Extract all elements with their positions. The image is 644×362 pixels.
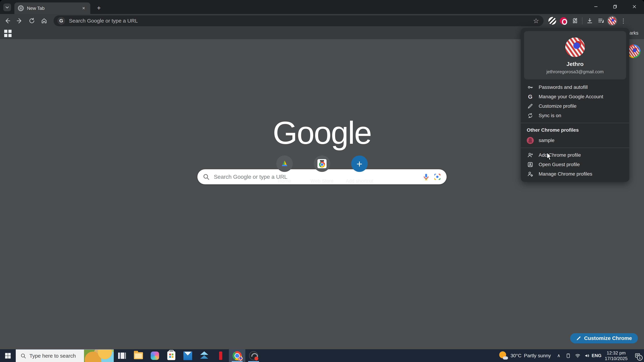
tab-new-tab[interactable]: New Tab × <box>14 2 90 14</box>
volume-icon[interactable] <box>582 351 592 361</box>
menu-item-customize-profile[interactable]: Customize profile <box>521 101 629 111</box>
home-button[interactable] <box>39 16 49 26</box>
extensions-puzzle-icon[interactable] <box>569 15 580 26</box>
system-tray: 30°C Partly sunny ∧ ENG 12:32 pm 17/10/2… <box>496 349 644 362</box>
shortcut-home[interactable]: Home <box>264 155 306 184</box>
notification-badge: 1 <box>637 355 642 361</box>
chrome-profile-badge <box>238 356 243 361</box>
tab-title: New Tab <box>27 5 80 11</box>
taskbar-clock[interactable]: 12:32 pm 17/10/2025 <box>601 350 631 361</box>
customize-chrome-label: Customize Chrome <box>584 335 632 341</box>
profile-avatar-button[interactable] <box>606 15 618 26</box>
file-explorer-button[interactable] <box>130 349 147 362</box>
toolbar-right: ⋮ <box>547 15 629 26</box>
apps-grid-icon[interactable] <box>4 30 12 37</box>
chevron-down-icon <box>5 5 10 9</box>
file-explorer-icon <box>134 352 143 359</box>
browser-menu-button[interactable]: ⋮ <box>618 15 629 26</box>
bookmark-star-icon[interactable]: ☆ <box>533 17 539 25</box>
microsoft-store-button[interactable] <box>163 349 180 362</box>
task-view-icon <box>118 352 126 360</box>
device-tray-icon[interactable] <box>564 351 573 361</box>
restore-icon <box>613 4 618 9</box>
tab-close-icon[interactable]: × <box>80 5 87 11</box>
downloads-button[interactable] <box>584 15 595 26</box>
menu-item-passwords[interactable]: Passwords and autofill <box>521 82 629 92</box>
voice-search-icon[interactable] <box>422 173 430 181</box>
customize-chrome-button[interactable]: Customize Chrome <box>570 333 638 343</box>
manage-profiles-icon <box>527 170 534 177</box>
weather-temp: 30°C <box>510 353 522 359</box>
taskbar-search-placeholder: Type here to search <box>30 353 76 359</box>
task-view-button[interactable] <box>114 349 130 362</box>
menu-item-profile-sample[interactable]: sample <box>521 136 629 145</box>
copilot-button[interactable] <box>147 349 163 362</box>
profile-avatar <box>608 17 616 25</box>
new-tab-favicon-icon <box>18 5 24 11</box>
pinned-app-red-button[interactable] <box>212 349 229 362</box>
mail-button[interactable] <box>180 349 196 362</box>
back-button[interactable] <box>2 16 12 26</box>
forward-button[interactable] <box>15 16 24 26</box>
search-icon <box>20 353 26 359</box>
chrome-taskbar-button[interactable] <box>229 349 245 362</box>
media-controls-button[interactable] <box>595 15 606 26</box>
window-controls <box>586 0 644 13</box>
red-app-icon <box>219 352 222 360</box>
restore-button[interactable] <box>606 0 625 13</box>
taskbar: Type here to search 30°C Partly sunny ∧ <box>0 349 644 362</box>
obs-recorder-icon <box>249 351 258 360</box>
pencil-icon <box>576 336 581 341</box>
tab-strip: New Tab × + <box>0 0 644 14</box>
shortcut-web-store[interactable]: Web Store <box>301 155 343 184</box>
shortcut-label: Web Store <box>301 178 343 184</box>
bing-daily-image[interactable] <box>84 350 114 362</box>
address-bar[interactable]: G Search Google or type a URL ☆ <box>54 15 544 26</box>
tray-chevron-button[interactable]: ∧ <box>554 351 564 361</box>
start-button[interactable] <box>0 349 16 362</box>
menu-item-guest[interactable]: Open Guest profile <box>521 160 629 169</box>
extension-compass-icon[interactable] <box>547 15 558 26</box>
obs-taskbar-button[interactable] <box>245 349 262 362</box>
weather-widget[interactable]: 30°C Partly sunny <box>496 351 554 360</box>
language-indicator[interactable]: ENG <box>592 351 601 361</box>
profile-email: jethroregorosa3@gmail.com <box>546 69 604 74</box>
tab-search-button[interactable] <box>3 3 11 11</box>
menu-item-sync[interactable]: Sync is on <box>521 111 629 120</box>
weather-condition: Partly sunny <box>524 353 551 359</box>
profile-menu-avatar <box>565 37 585 57</box>
menu-item-manage-account[interactable]: G Manage your Google Account <box>521 92 629 101</box>
action-center-button[interactable]: 1 <box>631 349 644 362</box>
google-drive-icon <box>280 159 289 168</box>
google-lens-icon[interactable] <box>433 173 441 181</box>
menu-item-label: Manage your Google Account <box>539 94 603 99</box>
copilot-icon <box>151 352 159 360</box>
key-icon <box>527 84 534 91</box>
new-tab-button[interactable]: + <box>95 4 103 12</box>
minimize-button[interactable] <box>586 0 606 13</box>
shortcut-add[interactable]: + Add shortcut <box>338 155 380 184</box>
partly-sunny-icon <box>498 351 508 360</box>
extension-red-icon[interactable] <box>558 15 569 26</box>
close-icon <box>632 4 637 9</box>
plus-icon: + <box>351 155 368 172</box>
menu-item-label: Manage Chrome profiles <box>539 171 592 177</box>
shortcut-label: Home <box>264 178 306 184</box>
shortcut-label: Add shortcut <box>338 178 380 184</box>
reload-button[interactable] <box>27 16 37 26</box>
menu-item-label: sample <box>539 138 554 143</box>
taskbar-search[interactable]: Type here to search <box>16 349 114 362</box>
profile-menu: Jethro jethroregorosa3@gmail.com Passwor… <box>521 28 629 182</box>
pinned-app-chevrons-button[interactable] <box>196 349 212 362</box>
search-engine-badge: G <box>58 17 65 25</box>
reload-icon <box>29 18 35 24</box>
web-store-icon <box>318 159 326 168</box>
menu-item-label: Customize profile <box>539 103 576 109</box>
menu-item-add-profile[interactable]: Add Chrome profile <box>521 150 629 160</box>
menu-item-manage-profiles[interactable]: Manage Chrome profiles <box>521 169 629 179</box>
microsoft-store-icon <box>167 351 175 360</box>
wifi-icon[interactable] <box>573 351 582 361</box>
windows-logo-icon <box>4 352 12 359</box>
close-button[interactable] <box>625 0 644 13</box>
mouse-cursor <box>546 152 553 162</box>
